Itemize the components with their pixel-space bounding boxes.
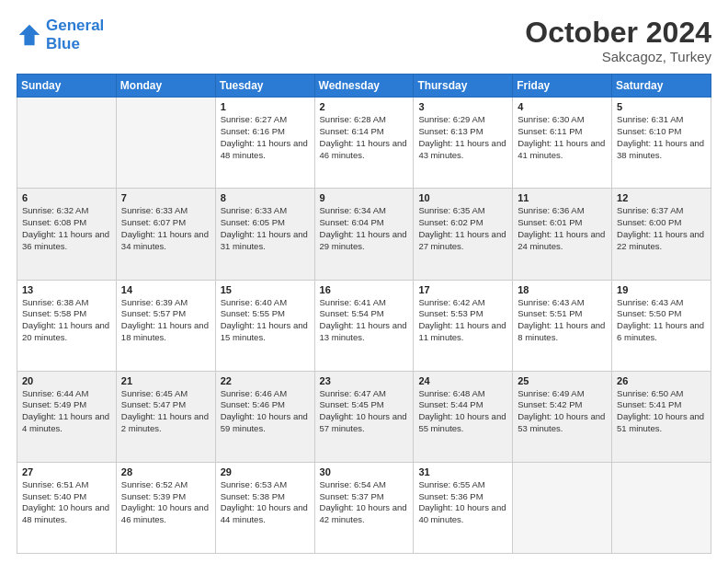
day-number: 27 [22,466,111,477]
day-info: Sunrise: 6:32 AMSunset: 6:08 PMDaylight:… [22,205,111,252]
calendar-week-row: 20Sunrise: 6:44 AMSunset: 5:49 PMDayligh… [17,371,711,462]
sunset-label: Sunset: [22,491,51,501]
logo-icon [17,22,42,48]
day-info: Sunrise: 6:54 AMSunset: 5:37 PMDaylight:… [320,479,409,526]
calendar-day-cell: 23Sunrise: 6:47 AMSunset: 5:45 PMDayligh… [314,371,414,462]
calendar-day-cell: 22Sunrise: 6:46 AMSunset: 5:46 PMDayligh… [215,371,314,462]
day-number: 30 [320,466,409,477]
month-title: October 2024 [525,17,711,49]
day-of-week-header: Thursday [414,75,513,98]
sunrise-label: Sunrise: [617,205,649,215]
day-info: Sunrise: 6:49 AMSunset: 5:42 PMDaylight:… [518,388,607,435]
day-info: Sunrise: 6:30 AMSunset: 6:11 PMDaylight:… [518,114,607,161]
day-number: 16 [320,284,409,295]
day-number: 13 [22,284,111,295]
daylight-label: Daylight: [418,411,452,421]
sunset-label: Sunset: [320,491,349,501]
calendar-day-cell: 14Sunrise: 6:39 AMSunset: 5:57 PMDayligh… [116,280,215,371]
day-info: Sunrise: 6:46 AMSunset: 5:46 PMDaylight:… [221,388,310,435]
logo-text: General Blue [46,17,104,53]
sunrise-label: Sunrise: [418,205,450,215]
daylight-label: Daylight: [518,411,552,421]
day-number: 6 [22,192,111,203]
daylight-label: Daylight: [121,411,155,421]
day-info: Sunrise: 6:33 AMSunset: 6:07 PMDaylight:… [121,205,210,252]
sunset-label: Sunset: [221,217,250,227]
daylight-label: Daylight: [418,320,452,330]
calendar-day-cell: 19Sunrise: 6:43 AMSunset: 5:50 PMDayligh… [612,280,711,371]
calendar-day-cell [513,462,612,553]
daylight-label: Daylight: [617,138,651,148]
day-number: 24 [418,375,507,386]
sunrise-label: Sunrise: [221,205,253,215]
calendar-day-cell: 11Sunrise: 6:36 AMSunset: 6:01 PMDayligh… [513,189,612,280]
daylight-label: Daylight: [518,320,552,330]
calendar-day-cell: 16Sunrise: 6:41 AMSunset: 5:54 PMDayligh… [314,280,414,371]
sunrise-label: Sunrise: [221,114,253,124]
calendar-week-row: 13Sunrise: 6:38 AMSunset: 5:58 PMDayligh… [17,280,711,371]
header: General Blue October 2024 Sakcagoz, Turk… [17,17,711,64]
sunrise-label: Sunrise: [121,388,154,398]
sunset-label: Sunset: [518,126,547,136]
day-number: 26 [617,375,706,386]
calendar-day-cell: 2Sunrise: 6:28 AMSunset: 6:14 PMDaylight… [314,98,414,189]
calendar-week-row: 6Sunrise: 6:32 AMSunset: 6:08 PMDaylight… [17,189,711,280]
daylight-label: Daylight: [418,502,452,512]
day-info: Sunrise: 6:44 AMSunset: 5:49 PMDaylight:… [22,388,111,435]
day-info: Sunrise: 6:48 AMSunset: 5:44 PMDaylight:… [418,388,507,435]
sunset-label: Sunset: [320,217,349,227]
sunset-label: Sunset: [22,399,51,409]
sunrise-label: Sunrise: [320,114,352,124]
day-info: Sunrise: 6:27 AMSunset: 6:16 PMDaylight:… [221,114,310,161]
calendar-day-cell: 25Sunrise: 6:49 AMSunset: 5:42 PMDayligh… [513,371,612,462]
daylight-label: Daylight: [418,229,452,239]
daylight-label: Daylight: [617,320,651,330]
day-number: 7 [121,192,210,203]
sunset-label: Sunset: [121,217,151,227]
calendar-day-cell: 24Sunrise: 6:48 AMSunset: 5:44 PMDayligh… [414,371,513,462]
sunrise-label: Sunrise: [418,388,450,398]
sunrise-label: Sunrise: [418,479,450,489]
day-info: Sunrise: 6:47 AMSunset: 5:45 PMDaylight:… [320,388,409,435]
calendar-day-cell: 20Sunrise: 6:44 AMSunset: 5:49 PMDayligh… [17,371,117,462]
daylight-label: Daylight: [22,320,56,330]
day-info: Sunrise: 6:37 AMSunset: 6:00 PMDaylight:… [617,205,706,252]
sunset-label: Sunset: [418,308,448,318]
sunrise-label: Sunrise: [22,388,54,398]
sunrise-label: Sunrise: [320,205,352,215]
calendar-day-cell: 7Sunrise: 6:33 AMSunset: 6:07 PMDaylight… [116,189,215,280]
day-number: 4 [518,101,607,112]
calendar-table: SundayMondayTuesdayWednesdayThursdayFrid… [17,74,711,554]
day-number: 17 [418,284,507,295]
day-number: 20 [22,375,111,386]
day-number: 1 [221,101,310,112]
day-number: 18 [518,284,607,295]
day-of-week-header: Sunday [17,75,117,98]
day-number: 5 [617,101,706,112]
day-info: Sunrise: 6:31 AMSunset: 6:10 PMDaylight:… [617,114,706,161]
sunset-label: Sunset: [617,217,646,227]
sunset-label: Sunset: [518,217,547,227]
day-info: Sunrise: 6:29 AMSunset: 6:13 PMDaylight:… [418,114,507,161]
sunrise-label: Sunrise: [617,297,649,307]
location-subtitle: Sakcagoz, Turkey [525,49,711,64]
sunrise-label: Sunrise: [320,479,352,489]
day-info: Sunrise: 6:43 AMSunset: 5:50 PMDaylight:… [617,297,706,344]
calendar-day-cell: 26Sunrise: 6:50 AMSunset: 5:41 PMDayligh… [612,371,711,462]
daylight-label: Daylight: [221,229,255,239]
sunrise-label: Sunrise: [418,297,450,307]
daylight-label: Daylight: [121,502,155,512]
daylight-label: Daylight: [121,320,155,330]
sunset-label: Sunset: [22,217,51,227]
daylight-label: Daylight: [320,502,354,512]
sunset-label: Sunset: [518,308,547,318]
sunrise-label: Sunrise: [221,297,253,307]
sunrise-label: Sunrise: [518,205,550,215]
sunrise-label: Sunrise: [22,205,54,215]
sunset-label: Sunset: [418,491,448,501]
daylight-label: Daylight: [221,320,255,330]
day-info: Sunrise: 6:38 AMSunset: 5:58 PMDaylight:… [22,297,111,344]
sunset-label: Sunset: [221,491,250,501]
sunset-label: Sunset: [121,308,151,318]
calendar-header-row: SundayMondayTuesdayWednesdayThursdayFrid… [17,75,711,98]
